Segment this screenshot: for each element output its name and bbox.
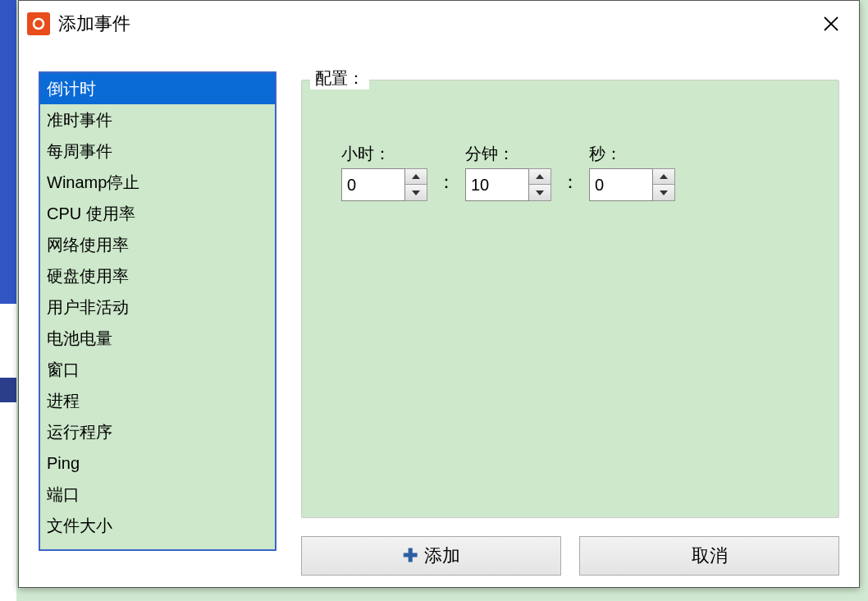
list-item[interactable]: Winamp停止	[40, 167, 275, 198]
cancel-button-label: 取消	[692, 544, 728, 568]
seconds-label: 秒：	[589, 143, 675, 165]
colon-separator: ：	[434, 170, 459, 201]
list-item[interactable]: 准时事件	[40, 104, 275, 135]
app-icon	[27, 12, 50, 35]
minutes-up-button[interactable]	[529, 169, 550, 185]
event-type-listbox[interactable]: 倒计时准时事件每周事件Winamp停止CPU 使用率网络使用率硬盘使用率用户非活…	[39, 71, 276, 551]
seconds-down-button[interactable]	[653, 185, 674, 200]
bg-decoration	[0, 378, 16, 402]
seconds-up-button[interactable]	[653, 169, 674, 185]
svg-marker-6	[536, 190, 544, 195]
colon-separator: ：	[558, 170, 582, 201]
list-item[interactable]: 显示器	[40, 541, 275, 551]
add-event-dialog: 添加事件 倒计时准时事件每周事件Winamp停止CPU 使用率网络使用率硬盘使用…	[18, 0, 860, 588]
list-item[interactable]: 文件大小	[40, 510, 275, 541]
svg-marker-7	[660, 174, 668, 179]
svg-point-0	[34, 19, 43, 29]
list-item[interactable]: CPU 使用率	[40, 198, 275, 229]
minutes-label: 分钟：	[465, 143, 551, 165]
dialog-title: 添加事件	[58, 11, 130, 36]
minutes-spinner-buttons	[529, 168, 551, 201]
list-item[interactable]: 用户非活动	[40, 291, 275, 323]
minutes-spinner	[465, 168, 551, 201]
svg-marker-8	[660, 190, 668, 195]
hours-label: 小时：	[341, 143, 427, 165]
hours-input[interactable]	[341, 168, 405, 201]
list-item[interactable]: 运行程序	[40, 416, 275, 447]
minutes-input[interactable]	[465, 168, 529, 201]
hours-spinner	[341, 168, 427, 201]
time-row: 小时： ： 分钟：	[302, 80, 838, 201]
hours-up-button[interactable]	[405, 169, 427, 185]
list-item[interactable]: 端口	[40, 479, 275, 510]
minutes-down-button[interactable]	[529, 185, 550, 200]
svg-marker-4	[412, 190, 420, 195]
add-button[interactable]: ✚ 添加	[301, 536, 561, 576]
dialog-buttons: ✚ 添加 取消	[301, 536, 839, 576]
list-item[interactable]: 每周事件	[40, 135, 275, 167]
list-item[interactable]: 硬盘使用率	[40, 260, 275, 291]
plus-icon: ✚	[403, 545, 418, 567]
list-item[interactable]: Ping	[40, 447, 275, 479]
close-button[interactable]	[815, 7, 847, 40]
seconds-spinner	[589, 168, 675, 201]
hours-spinner-buttons	[405, 168, 427, 201]
hours-down-button[interactable]	[405, 185, 427, 200]
svg-marker-5	[536, 174, 544, 179]
seconds-field: 秒：	[589, 143, 675, 201]
svg-marker-3	[412, 174, 420, 179]
list-item[interactable]: 进程	[40, 385, 275, 416]
right-panel: 配置： 小时： ： 分钟：	[301, 71, 839, 576]
config-group: 配置： 小时： ： 分钟：	[301, 80, 839, 518]
minutes-field: 分钟：	[465, 143, 551, 201]
list-item[interactable]: 倒计时	[40, 73, 275, 104]
seconds-spinner-buttons	[653, 168, 675, 201]
list-item[interactable]: 网络使用率	[40, 229, 275, 260]
titlebar: 添加事件	[19, 1, 859, 47]
seconds-input[interactable]	[589, 168, 653, 201]
dialog-content: 倒计时准时事件每周事件Winamp停止CPU 使用率网络使用率硬盘使用率用户非活…	[19, 47, 859, 587]
add-button-label: 添加	[424, 544, 460, 568]
hours-field: 小时：	[341, 143, 427, 201]
bg-decoration	[0, 304, 16, 601]
cancel-button[interactable]: 取消	[579, 536, 839, 576]
list-item[interactable]: 电池电量	[40, 323, 275, 354]
list-item[interactable]: 窗口	[40, 354, 275, 385]
config-label: 配置：	[310, 67, 369, 89]
